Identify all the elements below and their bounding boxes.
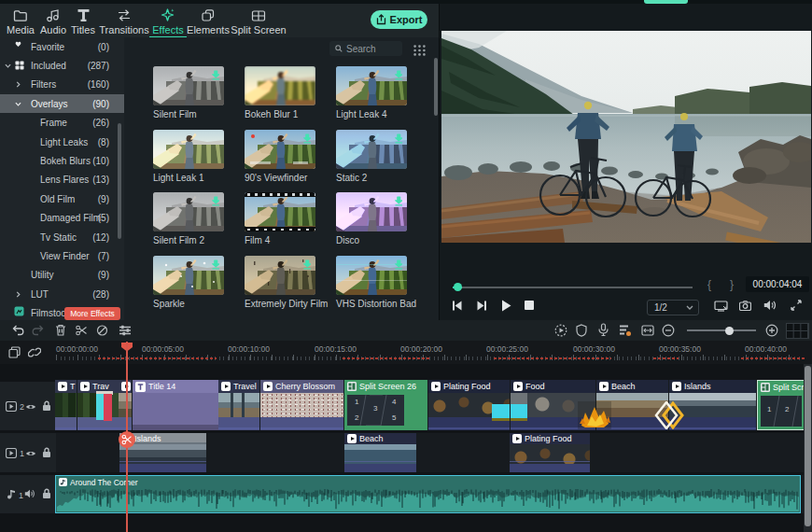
svg-text:1: 1 xyxy=(19,491,23,500)
svg-text:2: 2 xyxy=(20,402,24,412)
svg-text:1: 1 xyxy=(20,449,24,458)
